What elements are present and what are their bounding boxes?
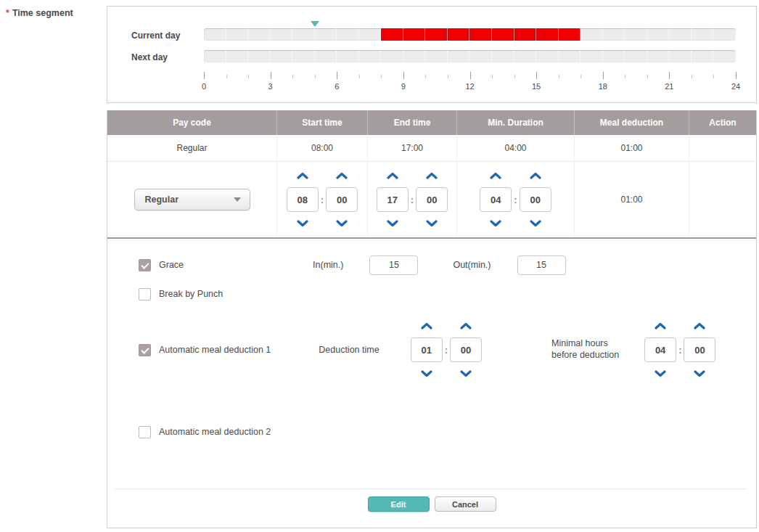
- row-start-time: 08:00: [277, 135, 368, 161]
- min-duration-stepper-pair: :: [480, 172, 551, 227]
- grace-row: Grace In(min.) Out(min.): [107, 255, 756, 275]
- edit-button[interactable]: Edit: [368, 496, 430, 512]
- axis-tick-label: 9: [401, 82, 406, 91]
- auto-meal-deduction-2-checkbox[interactable]: [139, 426, 151, 438]
- cancel-button[interactable]: Cancel: [435, 496, 496, 512]
- edit-row: Regular :: [107, 162, 756, 239]
- deduction-minute-stepper: [450, 322, 482, 377]
- timeline-hour-axis: 03691215182124: [204, 72, 736, 97]
- end-minute-stepper: [416, 172, 448, 227]
- pay-code-select[interactable]: Regular: [134, 189, 250, 210]
- column-header-action: Action: [689, 110, 756, 135]
- minimal-hours-label-line1: Minimal hours: [551, 338, 619, 350]
- row-meal-deduction: 01:00: [575, 135, 689, 161]
- edit-action-cell: [689, 162, 756, 237]
- time-segment-panel: Pay code Start time End time Min. Durati…: [107, 110, 757, 528]
- start-hour-stepper: [287, 172, 319, 227]
- duration-hour-stepper: [480, 172, 512, 227]
- min-hours-hour-stepper: [644, 322, 676, 377]
- dropdown-arrow-icon: [234, 197, 241, 202]
- duration-minute-stepper: [520, 172, 551, 227]
- min-hours-minute-stepper: [684, 322, 715, 377]
- chevron-up-icon[interactable]: [426, 172, 438, 179]
- next-day-bar: [204, 50, 736, 62]
- break-by-punch-label: Break by Punch: [159, 289, 223, 299]
- button-divider: [115, 488, 747, 489]
- chevron-down-icon[interactable]: [387, 220, 398, 227]
- current-day-bar: [204, 28, 736, 41]
- break-by-punch-row: Break by Punch: [107, 284, 756, 304]
- chevron-up-icon[interactable]: [655, 322, 666, 330]
- time-colon: :: [411, 195, 414, 205]
- chevron-up-icon[interactable]: [421, 322, 432, 330]
- chevron-down-icon[interactable]: [530, 220, 541, 227]
- time-colon: :: [678, 345, 681, 356]
- grace-out-input[interactable]: [517, 255, 566, 275]
- options-form: Grace In(min.) Out(min.) Break by Punch …: [107, 239, 756, 527]
- deduction-minute-input[interactable]: [450, 337, 482, 362]
- auto-meal-deduction-1-checkbox[interactable]: [139, 344, 151, 356]
- chevron-down-icon[interactable]: [460, 370, 472, 377]
- current-day-label: Current day: [131, 30, 180, 41]
- column-header-end-time: End time: [368, 110, 457, 135]
- button-row: Edit Cancel: [107, 496, 756, 512]
- grace-in-label: In(min.): [313, 260, 343, 270]
- chevron-up-icon[interactable]: [460, 322, 472, 330]
- start-hour-input[interactable]: [287, 187, 319, 212]
- row-end-time: 17:00: [368, 135, 457, 161]
- chevron-down-icon[interactable]: [421, 370, 432, 377]
- chevron-up-icon[interactable]: [297, 172, 308, 179]
- min-hours-minute-input[interactable]: [684, 337, 715, 362]
- chevron-up-icon[interactable]: [694, 322, 705, 330]
- chevron-up-icon[interactable]: [387, 172, 398, 179]
- time-colon: :: [514, 195, 517, 205]
- table-header-row: Pay code Start time End time Min. Durati…: [107, 110, 756, 135]
- axis-tick-label: 3: [268, 82, 273, 91]
- minimal-hours-label-line2: before deduction: [551, 350, 619, 361]
- minimal-hours-stepper-pair: :: [644, 322, 715, 377]
- time-segment-field-label: *Time segment: [6, 8, 73, 18]
- chevron-up-icon[interactable]: [336, 172, 348, 179]
- auto-meal-deduction-1-label: Automatic meal deduction 1: [159, 345, 271, 355]
- column-header-pay-code: Pay code: [107, 110, 277, 135]
- auto-meal-deduction-2-label: Automatic meal deduction 2: [159, 427, 271, 437]
- break-by-punch-checkbox[interactable]: [139, 288, 151, 300]
- row-pay-code: Regular: [107, 135, 277, 161]
- chevron-down-icon[interactable]: [694, 370, 705, 377]
- chevron-down-icon[interactable]: [297, 220, 308, 227]
- chevron-down-icon[interactable]: [490, 220, 501, 227]
- next-day-label: Next day: [131, 52, 168, 62]
- row-action: [689, 135, 756, 161]
- table-row: Regular 08:00 17:00 04:00 01:00: [107, 135, 756, 162]
- time-colon: :: [321, 195, 324, 205]
- start-minute-stepper: [326, 172, 358, 227]
- grace-in-input[interactable]: [369, 255, 418, 275]
- deduction-time-stepper-pair: :: [411, 322, 482, 377]
- chevron-down-icon[interactable]: [655, 370, 666, 377]
- min-hours-hour-input[interactable]: [644, 337, 676, 362]
- axis-tick-label: 12: [465, 82, 474, 91]
- axis-tick-label: 21: [665, 82, 673, 91]
- duration-minute-input[interactable]: [520, 187, 551, 212]
- deduction-hour-input[interactable]: [411, 337, 443, 362]
- grace-checkbox[interactable]: [139, 259, 151, 271]
- column-header-start-time: Start time: [277, 110, 368, 135]
- start-minute-input[interactable]: [326, 187, 358, 212]
- chevron-up-icon[interactable]: [530, 172, 541, 179]
- time-colon: :: [445, 345, 448, 356]
- chevron-down-icon[interactable]: [426, 220, 438, 227]
- axis-tick-label: 15: [532, 82, 541, 91]
- column-header-meal-deduction: Meal deduction: [575, 110, 689, 135]
- auto-meal-deduction-2-row: Automatic meal deduction 2: [107, 422, 756, 442]
- duration-hour-input[interactable]: [480, 187, 512, 212]
- end-hour-input[interactable]: [377, 187, 409, 212]
- chevron-up-icon[interactable]: [490, 172, 501, 179]
- pay-code-selected-value: Regular: [145, 195, 234, 205]
- field-label-text: Time segment: [12, 8, 73, 18]
- end-minute-input[interactable]: [416, 187, 448, 212]
- chevron-down-icon[interactable]: [336, 220, 348, 227]
- deduction-time-label: Deduction time: [319, 345, 379, 355]
- timeline-panel: Current day Next day 03691215182124: [107, 6, 757, 103]
- start-time-stepper-pair: :: [287, 172, 358, 227]
- auto-meal-deduction-1-row: Automatic meal deduction 1 Deduction tim…: [107, 316, 756, 384]
